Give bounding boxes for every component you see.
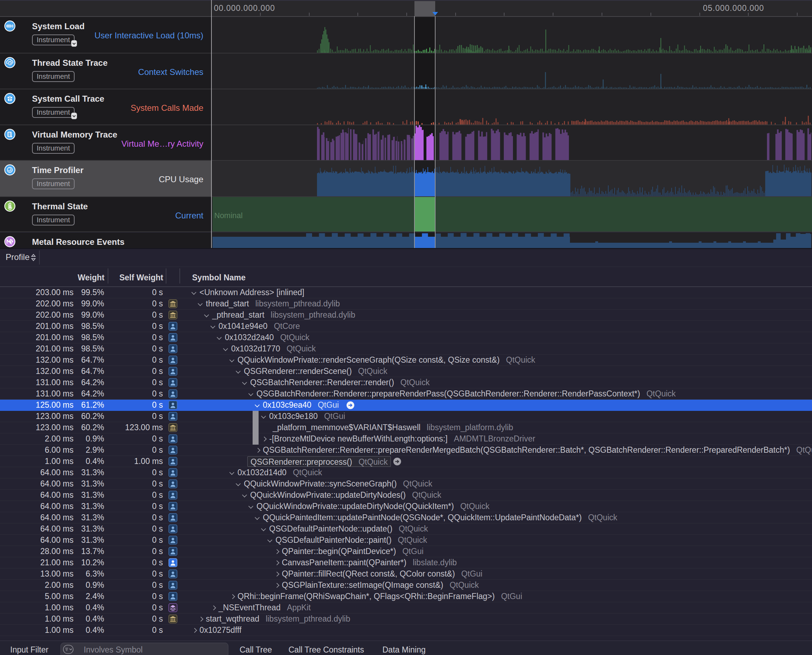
svg-text:Nominal: Nominal (214, 211, 243, 220)
